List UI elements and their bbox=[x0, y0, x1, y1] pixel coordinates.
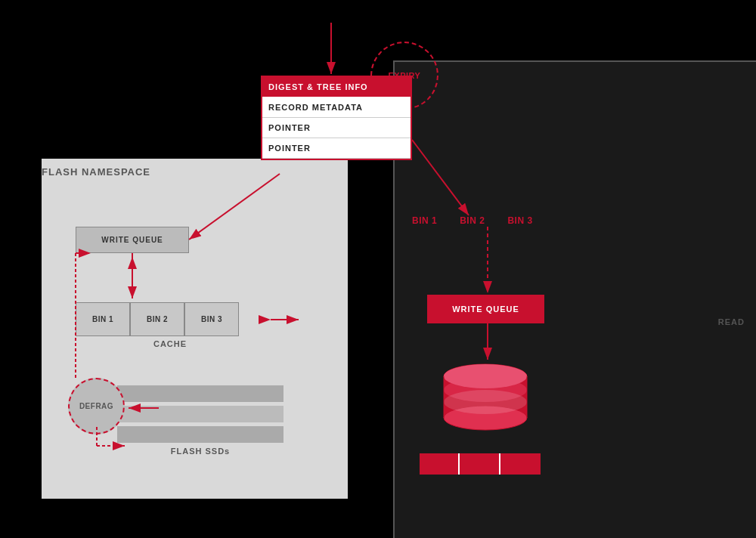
right-bin2: BIN 2 bbox=[460, 215, 485, 226]
bin1-left: BIN 1 bbox=[76, 302, 130, 336]
bin2-left: BIN 2 bbox=[130, 302, 184, 336]
ssd-block-3 bbox=[117, 426, 284, 443]
record-box: DIGEST & TREE INFO RECORD METADATA POINT… bbox=[261, 76, 412, 160]
bottom-bar bbox=[420, 453, 541, 475]
right-bins: BIN 1 BIN 2 BIN 3 bbox=[412, 215, 533, 226]
flash-ssds: FLASH SSDs bbox=[117, 385, 284, 456]
ssd-block-2 bbox=[117, 406, 284, 422]
bottom-bar-seg1 bbox=[420, 453, 460, 475]
cache-area: BIN 1 BIN 2 BIN 3 CACHE bbox=[76, 302, 265, 348]
database-cylinder bbox=[435, 363, 537, 431]
record-row-pointer1: POINTER bbox=[262, 118, 411, 138]
defrag-circle: DEFRAG bbox=[68, 378, 125, 434]
bins-row-left: BIN 1 BIN 2 BIN 3 bbox=[76, 302, 265, 336]
svg-point-4 bbox=[444, 390, 527, 414]
flash-ssds-label: FLASH SSDs bbox=[117, 447, 284, 456]
ssd-block-1 bbox=[117, 385, 284, 402]
flash-namespace-label: FLASH NAMESPACE bbox=[42, 166, 150, 178]
bin3-left: BIN 3 bbox=[184, 302, 239, 336]
right-bin1: BIN 1 bbox=[412, 215, 437, 226]
cache-label: CACHE bbox=[76, 339, 265, 348]
bottom-bar-seg2 bbox=[461, 453, 501, 475]
read-label: READ bbox=[718, 317, 745, 326]
diagram-container: FLASH NAMESPACE EXPIRY DIGEST & TREE INF… bbox=[0, 0, 756, 538]
write-queue-right: WRITE QUEUE bbox=[427, 295, 544, 323]
record-row-pointer2: POINTER bbox=[262, 138, 411, 159]
defrag-label: DEFRAG bbox=[79, 402, 113, 410]
record-row-digest: DIGEST & TREE INFO bbox=[262, 77, 411, 97]
write-queue-right-label: WRITE QUEUE bbox=[452, 305, 519, 314]
write-queue-left: WRITE QUEUE bbox=[76, 227, 189, 253]
svg-point-5 bbox=[444, 364, 527, 388]
write-queue-left-label: WRITE QUEUE bbox=[101, 236, 163, 244]
bottom-bar-seg3 bbox=[502, 453, 541, 475]
record-row-metadata: RECORD METADATA bbox=[262, 97, 411, 118]
right-bin3: BIN 3 bbox=[507, 215, 532, 226]
